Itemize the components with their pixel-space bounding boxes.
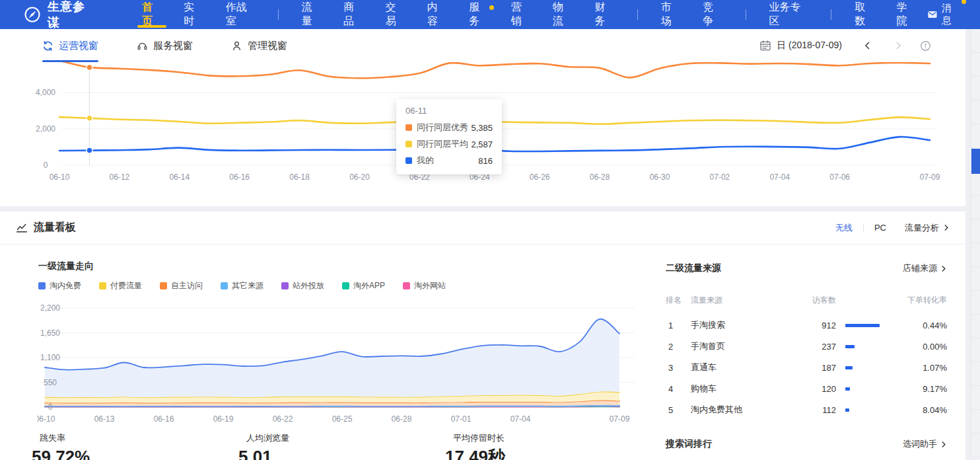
source-row[interactable]: 1手淘搜索9120.44% — [666, 315, 947, 336]
nav-item-trade[interactable]: 交易 — [385, 0, 404, 29]
source-visitors-bar — [845, 387, 850, 391]
nav-item-traffic[interactable]: 流量 — [302, 0, 321, 29]
svg-text:07-02: 07-02 — [710, 172, 730, 182]
legend-item-paid-traffic[interactable]: 付费流量 — [99, 280, 142, 291]
info-icon[interactable] — [920, 40, 931, 52]
nav-item-war-room[interactable]: 作战室 — [226, 0, 255, 29]
sources-column-header: 流量来源 — [691, 295, 788, 306]
headset-icon — [137, 40, 148, 52]
industry-trend-chart[interactable]: 02,0004,00006-1006-1206-1406-1606-1806-2… — [33, 62, 965, 188]
legend-item-offsite-ads[interactable]: 站外投放 — [281, 280, 324, 291]
svg-text:06-14: 06-14 — [169, 172, 190, 182]
scrollbar-thumb[interactable] — [971, 149, 980, 174]
area-chart-legend: 淘内免费付费流量自主访问其它来源站外投放淘外APP淘外网站 — [38, 280, 464, 291]
shop-source-label: 店铺来源 — [903, 262, 937, 274]
compass-logo-icon — [24, 6, 41, 23]
source-rank: 5 — [666, 405, 691, 415]
svg-text:1,100: 1,100 — [40, 353, 60, 362]
nav-message[interactable]: 消息 — [927, 2, 960, 27]
view-tab-management-view[interactable]: 管理视窗 — [231, 29, 287, 62]
nav-item-content[interactable]: 内容 — [427, 0, 446, 29]
nav-item-realtime[interactable]: 实时 — [184, 0, 203, 29]
source-row[interactable]: 4购物车1209.17% — [666, 378, 947, 399]
stat-value: 59.72% — [32, 447, 90, 460]
nav-item-home[interactable]: 首页 — [142, 0, 161, 29]
nav-item-service[interactable]: 服务 — [469, 0, 488, 29]
nav-item-business-zone[interactable]: 业务专区 — [769, 0, 808, 29]
search-words-title: 搜索词排行 — [666, 438, 712, 450]
brand[interactable]: 生意参谋 — [24, 0, 95, 30]
sources-column-header: 访客数 — [788, 295, 836, 306]
prev-date-button[interactable] — [860, 38, 875, 53]
message-icon — [927, 9, 938, 20]
sources-table: 1手淘搜索9120.44%2手淘首页2370.00%3直通车1871.07%4购… — [666, 315, 947, 420]
source-name: 淘内免费其他 — [691, 404, 788, 416]
svg-text:06-16: 06-16 — [154, 414, 174, 424]
view-tab-service-view[interactable]: 服务视窗 — [137, 29, 193, 62]
legend-label: 淘外APP — [353, 280, 385, 291]
view-tab-label: 运营视窗 — [59, 40, 98, 52]
legend-item-offsite-app[interactable]: 淘外APP — [342, 280, 385, 291]
nav-divider — [278, 9, 279, 20]
secondary-sources-title: 二级流量来源 — [666, 262, 721, 274]
next-date-button[interactable] — [891, 38, 905, 53]
primary-traffic-area-chart[interactable]: 05501,1001,6502,20006-1006-1306-1606-190… — [37, 301, 642, 430]
view-tab-operation-view[interactable]: 运营视窗 — [42, 29, 98, 62]
svg-text:06-10: 06-10 — [50, 172, 70, 182]
view-tab-label: 管理视窗 — [248, 40, 287, 52]
word-helper-link[interactable]: 选词助手 — [903, 438, 947, 450]
source-name: 购物车 — [691, 383, 788, 395]
nav-item-label: 实时 — [184, 1, 203, 28]
search-words-header: 搜索词排行 选词助手 — [666, 436, 947, 452]
nav-item-data-extract[interactable]: 取数 — [855, 0, 874, 29]
nav-item-academy[interactable]: 学院 — [897, 0, 916, 29]
legend-swatch — [281, 282, 289, 289]
legend-swatch — [38, 282, 46, 289]
nav-item-competition[interactable]: 竞争 — [703, 0, 722, 29]
legend-label: 其它来源 — [232, 280, 263, 291]
svg-text:07-04: 07-04 — [769, 172, 790, 182]
svg-text:550: 550 — [44, 378, 57, 387]
stat-value: 5.01 — [238, 447, 289, 460]
page-scrollbar[interactable] — [971, 29, 980, 460]
source-visitors: 912 — [788, 321, 836, 330]
notification-dot — [489, 5, 494, 10]
source-rank: 1 — [666, 321, 691, 330]
chevron-right-icon — [940, 265, 947, 272]
nav-item-finance[interactable]: 财务 — [594, 0, 613, 29]
view-tabbar: 运营视窗服务视窗管理视窗 日 (2018-07-09) — [0, 29, 965, 62]
legend-label: 付费流量 — [110, 280, 142, 291]
legend-item-taobao-free[interactable]: 淘内免费 — [38, 280, 81, 291]
nav-item-label: 商品 — [343, 1, 363, 28]
stat-value: 17.49秒 — [445, 447, 505, 460]
svg-text:2,200: 2,200 — [40, 303, 60, 313]
nav-item-product[interactable]: 商品 — [343, 0, 363, 29]
source-visitors: 187 — [788, 363, 836, 373]
svg-text:4,000: 4,000 — [36, 88, 55, 97]
source-conversion: 9.17% — [892, 384, 947, 394]
source-visitors-bar — [845, 345, 855, 348]
source-row[interactable]: 5淘内免费其他1128.04% — [666, 399, 947, 420]
legend-item-offsite-website[interactable]: 淘外网站 — [403, 280, 446, 291]
svg-text:07-04: 07-04 — [510, 414, 531, 424]
nav-item-label: 交易 — [385, 1, 404, 28]
stat-block: 跳失率59.72% — [32, 432, 90, 460]
source-visitors-bar — [845, 324, 880, 327]
svg-text:06-28: 06-28 — [590, 172, 610, 182]
svg-text:0: 0 — [48, 402, 53, 412]
svg-text:06-25: 06-25 — [332, 414, 353, 424]
nav-item-market[interactable]: 市场 — [661, 0, 680, 29]
svg-text:06-28: 06-28 — [392, 414, 412, 424]
source-row[interactable]: 2手淘首页2370.00% — [666, 336, 947, 357]
legend-item-other-sources[interactable]: 其它来源 — [221, 280, 263, 291]
nav-item-logistics[interactable]: 物流 — [553, 0, 572, 29]
svg-text:06-19: 06-19 — [213, 414, 234, 424]
nav-item-label: 服务 — [469, 1, 488, 28]
date-picker[interactable]: 日 (2018-07-09) — [759, 40, 842, 52]
nav-item-marketing[interactable]: 营销 — [511, 0, 530, 29]
source-row[interactable]: 3直通车1871.07% — [666, 357, 947, 378]
nav-item-label: 流量 — [302, 1, 321, 28]
shop-source-link[interactable]: 店铺来源 — [903, 262, 947, 274]
legend-item-direct-visit[interactable]: 自主访问 — [160, 280, 203, 291]
stat-block: 人均浏览量5.01 — [238, 432, 289, 460]
